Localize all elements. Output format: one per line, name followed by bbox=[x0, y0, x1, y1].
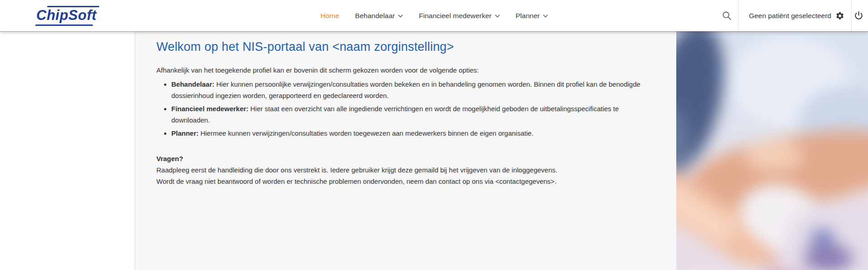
welcome-content: Welkom op het NIS-portaal van <naam zorg… bbox=[135, 31, 676, 270]
top-header: ChipSoft Home Behandelaar Financieel med… bbox=[0, 0, 868, 31]
option-label: Financieel medewerker: bbox=[171, 105, 248, 113]
chipsoft-logo-text: ChipSoft bbox=[35, 6, 99, 26]
chipsoft-logo[interactable]: ChipSoft bbox=[34, 5, 101, 28]
power-icon bbox=[853, 10, 864, 21]
nav-item-home-label: Home bbox=[320, 12, 339, 20]
chevron-down-icon bbox=[398, 15, 403, 18]
nav-item-planner[interactable]: Planner bbox=[516, 12, 548, 20]
decorative-photo bbox=[676, 31, 868, 270]
patient-selector-button[interactable]: Geen patiënt geselecteerd bbox=[739, 0, 851, 31]
option-label: Behandelaar: bbox=[171, 80, 214, 88]
option-text: Hiermee kunnen verwijzingen/consultaties… bbox=[200, 129, 533, 137]
main-nav: Home Behandelaar Financieel medewerker P… bbox=[320, 0, 548, 31]
chevron-down-icon bbox=[495, 15, 500, 18]
intro-text: Afhankelijk van het toegekende profiel k… bbox=[156, 64, 655, 76]
list-item-behandelaar: Behandelaar: Hier kunnen persoonlijke ve… bbox=[171, 79, 654, 101]
questions-heading: Vragen? bbox=[156, 153, 655, 164]
nav-item-behandelaar[interactable]: Behandelaar bbox=[355, 12, 403, 20]
list-item-financieel-medewerker: Financieel medewerker: Hier staat een ov… bbox=[171, 103, 654, 126]
nav-item-behandelaar-label: Behandelaar bbox=[355, 12, 395, 20]
header-controls: Geen patiënt geselecteerd bbox=[715, 0, 868, 31]
profile-options-list: Behandelaar: Hier kunnen persoonlijke ve… bbox=[156, 79, 655, 139]
nav-item-planner-label: Planner bbox=[516, 12, 540, 20]
page-title: Welkom op het NIS-portaal van <naam zorg… bbox=[156, 39, 655, 55]
option-label: Planner: bbox=[171, 129, 199, 137]
photo-blur-layer bbox=[676, 31, 868, 270]
questions-line-1: Raadpleeg eerst de handleiding die door … bbox=[156, 164, 655, 176]
search-button[interactable] bbox=[715, 0, 738, 31]
nav-item-financieel-medewerker-label: Financieel medewerker bbox=[419, 12, 491, 20]
left-margin-panel bbox=[0, 31, 135, 270]
patient-selector-label: Geen patiënt geselecteerd bbox=[749, 12, 831, 20]
search-icon bbox=[722, 10, 732, 21]
list-item-planner: Planner: Hiermee kunnen verwijzingen/con… bbox=[171, 128, 654, 139]
nav-item-home[interactable]: Home bbox=[320, 12, 339, 20]
nav-item-financieel-medewerker[interactable]: Financieel medewerker bbox=[419, 12, 499, 20]
questions-section: Vragen? Raadpleeg eerst de handleiding d… bbox=[156, 153, 655, 187]
logout-button[interactable] bbox=[852, 0, 868, 31]
gear-icon[interactable] bbox=[835, 11, 844, 20]
option-text: Hier kunnen persoonlijke verwijzingen/co… bbox=[171, 80, 640, 99]
chevron-down-icon bbox=[543, 15, 548, 18]
page-body: Welkom op het NIS-portaal van <naam zorg… bbox=[0, 31, 868, 270]
questions-line-2: Wordt de vraag niet beantwoord of worden… bbox=[156, 176, 655, 187]
